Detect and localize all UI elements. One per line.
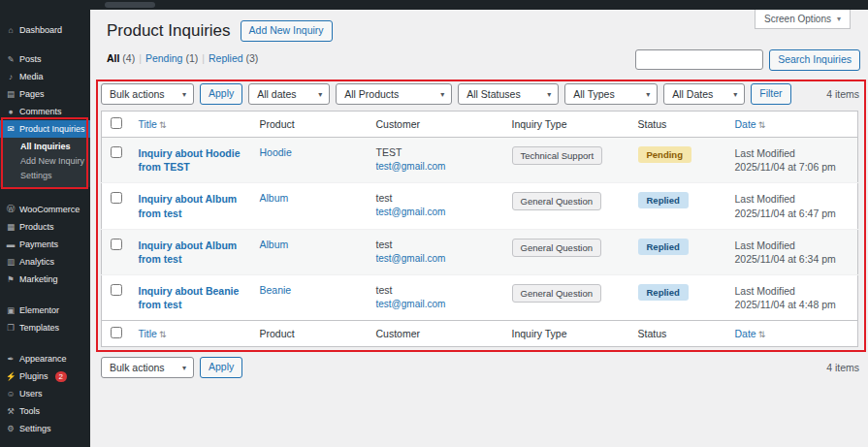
all-dates-select[interactable]: All dates ▾	[248, 83, 330, 105]
row-checkbox[interactable]	[111, 239, 122, 250]
adminbar-site-menu[interactable]	[105, 2, 155, 8]
sidebar-item-settings[interactable]: ⚙ Settings	[0, 420, 90, 437]
sidebar-item-analytics[interactable]: ▥ Analytics	[0, 253, 90, 271]
sidebar-item-marketing[interactable]: ⚑ Marketing	[0, 271, 90, 288]
users-icon: ☺	[6, 389, 16, 399]
sidebar-item-payments[interactable]: ▬ Payments	[0, 236, 90, 253]
sidebar-item-dashboard[interactable]: ⌂ Dashboard	[0, 21, 90, 39]
submenu-item-add-new-inquiry[interactable]: Add New Inquiry	[0, 154, 90, 169]
sidebar-item-label: Posts	[19, 54, 42, 64]
product-link[interactable]: Beanie	[260, 284, 292, 296]
date-value: 2025/11/04 at 4:48 pm	[735, 298, 851, 311]
sidebar-item-label: Settings	[19, 424, 51, 433]
pages-icon: ▤	[6, 89, 16, 99]
date-modified-label: Last Modified	[735, 192, 851, 206]
product-inquiries-submenu: All Inquiries Add New Inquiry Settings	[0, 138, 90, 187]
screen-options-button[interactable]: Screen Options ▾	[755, 10, 851, 29]
customer-email-link[interactable]: test@gmail.com	[376, 207, 446, 217]
sidebar-item-pages[interactable]: ▤ Pages	[0, 85, 90, 103]
view-label: Replied	[209, 52, 243, 64]
apply-button[interactable]: Apply	[200, 83, 242, 105]
all-dates-2-select[interactable]: All Dates ▾	[663, 83, 745, 105]
inquiry-title-link[interactable]: Inquiry about Album from test	[139, 239, 244, 266]
submenu-item-all-inquiries[interactable]: All Inquiries	[0, 140, 90, 154]
sidebar-item-plugins[interactable]: ⚡ Plugins 2	[0, 367, 90, 385]
column-footer-inquiry-type: Inquiry Type	[504, 321, 630, 347]
sidebar-item-tools[interactable]: ⚒ Tools	[0, 402, 90, 420]
sidebar-item-elementor[interactable]: ▣ Elementor	[0, 302, 90, 319]
date-modified-label: Last Modified	[735, 146, 851, 160]
sidebar-item-appearance[interactable]: ✒ Appearance	[0, 350, 90, 367]
sidebar-item-label: Comments	[19, 107, 62, 116]
chevron-down-icon: ▾	[440, 90, 444, 99]
select-all-checkbox[interactable]	[111, 117, 122, 129]
chevron-down-icon: ▾	[547, 90, 551, 99]
sidebar-item-label: Pages	[19, 89, 45, 99]
all-products-select[interactable]: All Products ▾	[336, 83, 452, 105]
select-value: All Types	[573, 88, 614, 100]
sidebar-item-users[interactable]: ☺ Users	[0, 385, 90, 402]
inquiry-title-link[interactable]: Inquiry about Album from test	[139, 192, 244, 219]
sidebar-item-posts[interactable]: ✎ Posts	[0, 50, 90, 68]
plugins-icon: ⚡	[6, 371, 16, 381]
filter-button[interactable]: Filter	[751, 83, 790, 105]
customer-name: test	[376, 239, 497, 250]
column-footer-date[interactable]: Date⇅	[727, 321, 858, 347]
bulk-actions-select[interactable]: Bulk actions ▾	[101, 83, 194, 105]
row-checkbox[interactable]	[111, 146, 122, 158]
column-header-product: Product	[252, 112, 369, 138]
column-header-title[interactable]: Title⇅	[131, 112, 252, 138]
screen-options-label: Screen Options	[764, 14, 831, 24]
search-box: Search Inquiries	[635, 49, 860, 71]
sidebar-item-woocommerce[interactable]: Ⓦ WooCommerce	[0, 201, 90, 218]
column-header-date[interactable]: Date⇅	[727, 112, 858, 138]
product-link[interactable]: Hoodie	[260, 146, 292, 158]
table-row: Inquiry about Album from test Album test…	[102, 183, 858, 229]
column-header-inquiry-type: Inquiry Type	[504, 112, 630, 138]
product-link[interactable]: Album	[260, 192, 289, 204]
comments-icon: ●	[6, 107, 16, 116]
status-badge: Pending	[638, 146, 691, 163]
marketing-icon: ⚑	[6, 274, 16, 284]
inquiry-title-link[interactable]: Inquiry about Hoodie from TEST	[139, 146, 244, 174]
view-pending[interactable]: Pending (1)	[145, 52, 198, 64]
all-types-select[interactable]: All Types ▾	[564, 83, 658, 105]
chevron-down-icon: ▾	[837, 15, 841, 23]
customer-email-link[interactable]: test@gmail.com	[376, 299, 446, 309]
sidebar-item-label: Marketing	[19, 274, 58, 284]
view-label: Pending	[145, 52, 183, 64]
sidebar-item-label: Elementor	[19, 305, 59, 315]
customer-name: test	[376, 192, 497, 204]
media-icon: ♪	[6, 72, 16, 81]
all-statuses-select[interactable]: All Statuses ▾	[458, 83, 559, 105]
inquiries-table: Title⇅ Product Customer Inquiry Type Sta…	[101, 111, 858, 347]
sidebar-item-products[interactable]: ▦ Products	[0, 218, 90, 236]
search-input[interactable]	[635, 49, 763, 70]
customer-email-link[interactable]: test@gmail.com	[376, 253, 446, 264]
select-all-checkbox[interactable]	[111, 327, 122, 338]
search-inquiries-button[interactable]: Search Inquiries	[769, 49, 860, 71]
table-header-row: Title⇅ Product Customer Inquiry Type Sta…	[102, 112, 858, 138]
bulk-actions-select-bottom[interactable]: Bulk actions ▾	[101, 357, 194, 378]
view-replied[interactable]: Replied (3)	[209, 52, 258, 64]
row-checkbox[interactable]	[111, 192, 122, 204]
sidebar-item-templates[interactable]: ❐ Templates	[0, 319, 90, 336]
submenu-item-settings[interactable]: Settings	[0, 169, 90, 183]
customer-name: test	[376, 284, 497, 296]
sidebar-item-comments[interactable]: ● Comments	[0, 103, 90, 120]
product-link[interactable]: Album	[260, 239, 289, 250]
customer-email-link[interactable]: test@gmail.com	[376, 161, 446, 172]
sidebar-item-media[interactable]: ♪ Media	[0, 68, 90, 85]
row-checkbox[interactable]	[111, 284, 122, 296]
add-new-inquiry-button[interactable]: Add New Inquiry	[241, 20, 333, 42]
envelope-icon: ✉	[6, 124, 16, 134]
sidebar-item-label: Tools	[19, 406, 40, 416]
inquiry-title-link[interactable]: Inquiry about Beanie from test	[139, 284, 244, 311]
status-badge: Replied	[638, 192, 689, 208]
apply-button-bottom[interactable]: Apply	[200, 357, 242, 378]
column-footer-title[interactable]: Title⇅	[131, 321, 252, 347]
column-header-status: Status	[630, 112, 727, 138]
select-value: Bulk actions	[110, 88, 165, 100]
sidebar-item-product-inquiries[interactable]: ✉ Product Inquiries	[0, 120, 90, 138]
view-all[interactable]: All (4)	[107, 52, 135, 64]
